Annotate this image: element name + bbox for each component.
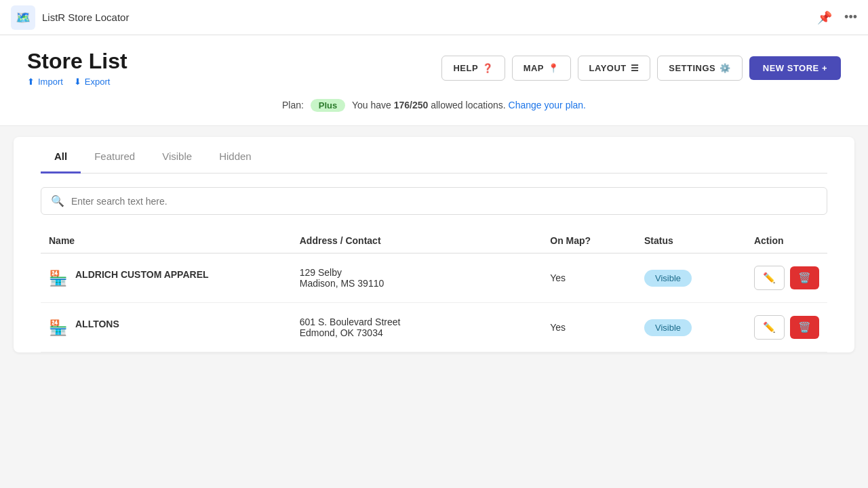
- action-buttons: ✏️ 🗑️: [754, 266, 819, 290]
- topbar-left: 🗺️ ListR Store Locator: [11, 5, 129, 30]
- layout-icon: ☰: [631, 63, 639, 73]
- delete-icon: 🗑️: [798, 321, 811, 333]
- download-icon: ⬇: [74, 77, 81, 87]
- cell-name: 🏪 ALLTONS: [41, 303, 292, 352]
- settings-button[interactable]: SETTINGS ⚙️: [657, 56, 743, 81]
- change-plan-link[interactable]: Change your plan.: [509, 100, 586, 110]
- edit-icon: ✏️: [763, 272, 776, 284]
- col-header-name: Name: [41, 226, 292, 253]
- delete-button[interactable]: 🗑️: [790, 316, 819, 339]
- delete-button[interactable]: 🗑️: [790, 266, 819, 289]
- title-import-export: Store List ⬆ Import ⬇ Export: [27, 49, 127, 87]
- cell-action: ✏️ 🗑️: [746, 303, 827, 352]
- delete-icon: 🗑️: [798, 272, 811, 284]
- address-line2: Edmond, OK 73034: [300, 327, 534, 338]
- status-badge: Visible: [644, 270, 692, 287]
- app-logo-icon: 🗺️: [16, 10, 31, 25]
- address-line2: Madison, MS 39110: [300, 278, 534, 289]
- upload-icon: ⬆: [27, 77, 35, 87]
- help-button[interactable]: HELP ❓: [441, 56, 505, 81]
- plan-message-suffix: allowed locations.: [431, 100, 506, 110]
- plan-label: Plan:: [282, 100, 304, 110]
- plan-usage: 176/250: [394, 100, 429, 110]
- import-link[interactable]: ⬆ Import: [27, 77, 63, 87]
- col-header-address: Address / Contact: [292, 226, 542, 253]
- layout-button[interactable]: LAYOUT ☰: [578, 56, 651, 81]
- app-title: ListR Store Locator: [42, 12, 129, 23]
- status-badge: Visible: [644, 319, 692, 336]
- cell-action: ✏️ 🗑️: [746, 253, 827, 303]
- action-buttons: ✏️ 🗑️: [754, 315, 819, 340]
- search-icon: 🔍: [51, 195, 64, 207]
- search-box: 🔍: [41, 187, 827, 215]
- plan-message-prefix: You have: [352, 100, 394, 110]
- header-top: Store List ⬆ Import ⬇ Export HELP ❓ MAP …: [27, 49, 841, 87]
- topbar: 🗺️ ListR Store Locator 📌 •••: [0, 0, 868, 35]
- tab-all[interactable]: All: [41, 140, 81, 174]
- cell-status: Visible: [636, 253, 746, 303]
- col-header-status: Status: [636, 226, 746, 253]
- header-area: Store List ⬆ Import ⬇ Export HELP ❓ MAP …: [0, 35, 868, 126]
- main-content: All Featured Visible Hidden 🔍 Name Addre…: [14, 137, 854, 352]
- new-store-button[interactable]: NEW STORE +: [749, 56, 841, 80]
- col-header-map: On Map?: [542, 226, 636, 253]
- table-header: Name Address / Contact On Map? Status Ac…: [41, 226, 827, 253]
- address-line1: 129 Selby: [300, 267, 534, 278]
- cell-name: 🏪 ALDRICH CUSTOM APPAREL: [41, 253, 292, 303]
- pin-icon[interactable]: 📌: [817, 10, 832, 25]
- app-logo: 🗺️: [11, 5, 35, 30]
- tab-featured[interactable]: Featured: [81, 140, 149, 174]
- more-options-icon[interactable]: •••: [844, 10, 857, 24]
- tabs: All Featured Visible Hidden: [41, 137, 827, 174]
- cell-on-map: Yes: [542, 303, 636, 352]
- address-line1: 601 S. Boulevard Street: [300, 317, 534, 327]
- map-label: MAP: [524, 63, 544, 73]
- store-name-text: ALLTONS: [75, 318, 119, 331]
- topbar-right: 📌 •••: [817, 10, 857, 25]
- cell-address: 601 S. Boulevard Street Edmond, OK 73034: [292, 303, 542, 352]
- tab-visible[interactable]: Visible: [149, 140, 205, 174]
- table-body: 🏪 ALDRICH CUSTOM APPAREL 129 Selby Madis…: [41, 253, 827, 352]
- edit-button[interactable]: ✏️: [754, 315, 785, 340]
- search-input[interactable]: [71, 196, 817, 207]
- import-export-links: ⬆ Import ⬇ Export: [27, 77, 127, 87]
- page-title: Store List: [27, 49, 127, 74]
- settings-label: SETTINGS: [669, 63, 715, 73]
- col-header-action: Action: [746, 226, 827, 253]
- store-name-text: ALDRICH CUSTOM APPAREL: [75, 268, 209, 282]
- help-icon: ❓: [482, 63, 494, 73]
- plan-bar: Plan: Plus You have 176/250 allowed loca…: [27, 92, 841, 115]
- cell-address: 129 Selby Madison, MS 39110: [292, 253, 542, 303]
- edit-icon: ✏️: [763, 321, 776, 333]
- cell-on-map: Yes: [542, 253, 636, 303]
- help-label: HELP: [453, 63, 478, 73]
- table-row: 🏪 ALDRICH CUSTOM APPAREL 129 Selby Madis…: [41, 253, 827, 303]
- store-icon: 🏪: [49, 319, 67, 337]
- map-button[interactable]: MAP 📍: [512, 56, 571, 81]
- store-table: Name Address / Contact On Map? Status Ac…: [41, 226, 827, 352]
- search-container: 🔍: [41, 174, 827, 220]
- edit-button[interactable]: ✏️: [754, 266, 785, 290]
- export-link[interactable]: ⬇ Export: [74, 77, 111, 87]
- header-actions: HELP ❓ MAP 📍 LAYOUT ☰ SETTINGS ⚙️ NEW ST…: [441, 56, 841, 81]
- settings-icon: ⚙️: [719, 63, 731, 73]
- plan-badge: Plus: [311, 99, 345, 112]
- table-row: 🏪 ALLTONS 601 S. Boulevard Street Edmond…: [41, 303, 827, 352]
- map-icon: 📍: [548, 63, 559, 73]
- store-icon: 🏪: [49, 270, 67, 287]
- layout-label: LAYOUT: [589, 63, 627, 73]
- cell-status: Visible: [636, 303, 746, 352]
- tab-hidden[interactable]: Hidden: [205, 140, 265, 174]
